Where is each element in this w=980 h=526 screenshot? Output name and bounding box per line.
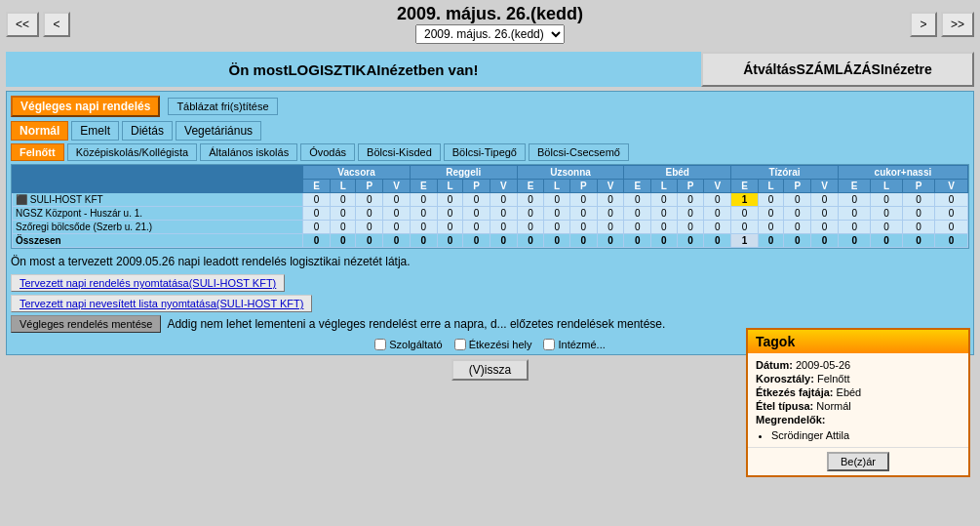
data-cell[interactable]: 0 [383, 221, 411, 234]
refresh-button[interactable]: Táblázat fri(s)títése [168, 98, 277, 115]
data-cell[interactable]: 0 [330, 193, 356, 207]
data-cell[interactable]: 0 [330, 221, 356, 234]
data-cell[interactable]: 0 [437, 193, 463, 207]
data-cell[interactable]: 0 [871, 221, 902, 234]
data-cell[interactable]: 0 [838, 221, 871, 234]
cb-szolgaltato-input[interactable] [374, 339, 386, 350]
date-select-container[interactable]: 2009. május. 26.(kedd) [415, 24, 565, 44]
data-cell[interactable]: 0 [935, 193, 968, 207]
data-cell[interactable]: 0 [902, 207, 935, 221]
print2-button[interactable]: Tervezett napi nevesített lista nyomtatá… [11, 295, 312, 312]
data-cell[interactable]: 0 [383, 207, 411, 221]
bezar-button[interactable]: Be(z)ár [827, 452, 889, 471]
data-cell[interactable]: 0 [811, 207, 839, 221]
data-cell[interactable]: 0 [463, 207, 490, 221]
data-cell[interactable]: 0 [597, 221, 624, 234]
prev-button[interactable]: < [43, 12, 70, 37]
data-cell[interactable]: 0 [935, 207, 968, 221]
data-cell[interactable]: 0 [758, 193, 784, 207]
data-cell[interactable]: 0 [463, 193, 490, 207]
data-cell[interactable]: 0 [517, 207, 544, 221]
data-cell[interactable]: 1 [731, 193, 759, 207]
data-cell[interactable]: 0 [569, 207, 597, 221]
data-cell[interactable]: 0 [303, 193, 331, 207]
cb-intezmeny-input[interactable] [543, 339, 555, 350]
data-cell[interactable]: 0 [463, 221, 490, 234]
data-cell[interactable]: 0 [902, 221, 935, 234]
data-cell[interactable]: 0 [624, 193, 651, 207]
data-cell[interactable]: 0 [704, 207, 731, 221]
data-cell[interactable]: 0 [544, 207, 570, 221]
next-next-button[interactable]: >> [941, 12, 974, 37]
data-cell[interactable]: 0 [677, 207, 704, 221]
data-cell[interactable]: 0 [356, 207, 383, 221]
data-cell[interactable]: 0 [731, 221, 759, 234]
prev-prev-button[interactable]: << [6, 12, 39, 37]
data-cell[interactable]: 0 [569, 193, 597, 207]
data-cell[interactable]: 0 [356, 193, 383, 207]
data-cell[interactable]: 0 [490, 193, 517, 207]
cb-etkezesi-input[interactable] [454, 339, 466, 350]
switch-billing-button[interactable]: Átváltás SZÁMLÁZÁSI nézetre [701, 52, 974, 87]
data-cell[interactable]: 0 [838, 207, 871, 221]
tab-felnott[interactable]: Felnőtt [11, 143, 64, 161]
data-cell[interactable]: 0 [784, 207, 811, 221]
tab-kozepiskolas[interactable]: Középiskolás/Kollégista [67, 143, 198, 161]
data-cell[interactable]: 0 [437, 207, 463, 221]
data-cell[interactable]: 0 [597, 193, 624, 207]
tab-dietas[interactable]: Diétás [122, 121, 173, 141]
data-cell[interactable]: 0 [935, 221, 968, 234]
tab-ovoda[interactable]: Óvodás [300, 143, 355, 161]
data-cell[interactable]: 0 [871, 207, 902, 221]
data-cell[interactable]: 0 [544, 193, 570, 207]
rendelés-button[interactable]: Végleges napi rendelés [11, 96, 160, 117]
data-cell[interactable]: 0 [704, 193, 731, 207]
tab-emelt[interactable]: Emelt [71, 121, 119, 141]
data-cell[interactable]: 0 [437, 221, 463, 234]
data-cell[interactable]: 0 [784, 193, 811, 207]
tab-bolcsi-csecemo[interactable]: Bölcsi-Csecsemő [529, 143, 629, 161]
tab-normal[interactable]: Normál [11, 121, 68, 141]
data-cell[interactable]: 0 [651, 193, 678, 207]
data-cell[interactable]: 0 [410, 193, 437, 207]
data-cell[interactable]: 0 [624, 207, 651, 221]
data-cell[interactable]: 0 [383, 193, 411, 207]
data-cell[interactable]: 0 [544, 221, 570, 234]
data-cell[interactable]: 0 [677, 221, 704, 234]
data-cell[interactable]: 0 [838, 193, 871, 207]
data-cell[interactable]: 0 [704, 221, 731, 234]
data-cell[interactable]: 0 [517, 221, 544, 234]
data-cell[interactable]: 0 [871, 193, 902, 207]
data-cell[interactable]: 0 [651, 207, 678, 221]
data-cell[interactable]: 0 [811, 221, 839, 234]
data-cell[interactable]: 0 [902, 193, 935, 207]
data-cell[interactable]: 0 [356, 221, 383, 234]
data-cell[interactable]: 0 [517, 193, 544, 207]
data-cell[interactable]: 0 [490, 221, 517, 234]
data-cell[interactable]: 0 [731, 207, 759, 221]
next-button[interactable]: > [910, 12, 937, 37]
data-cell[interactable]: 0 [811, 193, 839, 207]
data-cell[interactable]: 0 [330, 207, 356, 221]
data-cell[interactable]: 0 [303, 207, 331, 221]
data-cell[interactable]: 0 [758, 221, 784, 234]
date-select[interactable]: 2009. május. 26.(kedd) [415, 24, 565, 44]
tab-bolcsi-kisded[interactable]: Bölcsi-Kisded [358, 143, 441, 161]
data-cell[interactable]: 0 [303, 221, 331, 234]
save-button[interactable]: Végleges rendelés mentése [11, 315, 161, 333]
data-cell[interactable]: 0 [597, 207, 624, 221]
data-cell[interactable]: 0 [410, 207, 437, 221]
print1-button[interactable]: Tervezett napi rendelés nyomtatása(SULI-… [11, 274, 285, 292]
data-cell[interactable]: 0 [677, 193, 704, 207]
data-cell[interactable]: 0 [569, 221, 597, 234]
vissza-button[interactable]: (V)issza [451, 359, 529, 381]
data-cell[interactable]: 0 [758, 207, 784, 221]
data-cell[interactable]: 0 [624, 221, 651, 234]
data-cell[interactable]: 0 [410, 221, 437, 234]
data-cell[interactable]: 0 [651, 221, 678, 234]
tab-bolcsi-tipego[interactable]: Bölcsi-Tipegő [444, 143, 526, 161]
tab-vegetarius[interactable]: Vegetáriánus [176, 121, 261, 141]
tab-altalanos[interactable]: Általános iskolás [200, 143, 297, 161]
data-cell[interactable]: 0 [784, 221, 811, 234]
data-cell[interactable]: 0 [490, 207, 517, 221]
